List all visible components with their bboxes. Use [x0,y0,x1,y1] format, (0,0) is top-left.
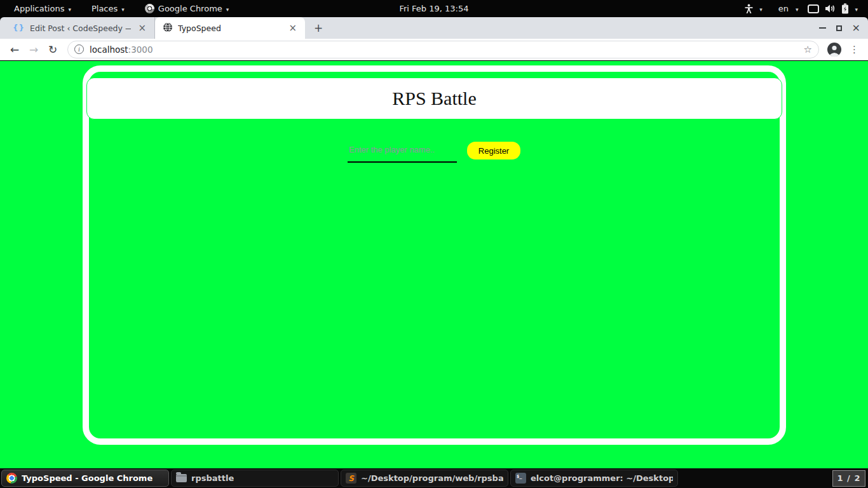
maximize-icon[interactable] [836,25,842,31]
chrome-window: {} Edit Post ‹ CodeSpeedy — × TypoSpeed … [0,17,868,468]
accessibility-icon [744,0,754,17]
page-info-icon[interactable]: i [74,44,84,54]
window-controls: × [819,17,868,39]
taskbar-item-terminal[interactable]: $_ elcot@programmer: ~/Desktop/pr… [510,470,678,487]
tab-title: TypoSpeed [178,24,281,33]
top-bar-menus: Applications ▾ Places ▾ Google Chrome ▾ [0,0,236,17]
display-icon [808,0,819,17]
folder-icon [176,473,187,484]
page-title: RPS Battle [392,88,477,109]
bookmark-star-icon[interactable]: ☆ [804,44,812,55]
forward-button[interactable]: → [24,40,43,59]
chevron-down-icon: ▾ [796,6,799,13]
tab-codespeedy[interactable]: {} Edit Post ‹ CodeSpeedy — × [5,17,155,39]
accessibility-menu[interactable]: ▾ [742,0,765,17]
sublime-text-icon: S [346,473,356,484]
game-panel: RPS Battle [83,65,786,445]
terminal-icon: $_ [515,473,526,484]
player-name-input[interactable] [348,141,457,163]
url-port: :3000 [128,44,153,55]
profile-avatar[interactable] [827,42,842,57]
taskbar-item-label: rpsbattle [191,473,234,483]
taskbar-item-files[interactable]: rpsbattle [171,470,339,487]
rps-battle-page: RPS Battle Register [0,61,868,468]
taskbar-item-label: ~/Desktop/program/web/rpsbattl… [361,473,503,483]
close-icon[interactable]: × [287,22,299,34]
top-bar-status-area: ▾ en ▾ ▾ [742,0,868,17]
globe-favicon [163,22,173,34]
new-tab-button[interactable]: + [305,17,332,39]
url-host: localhost [90,44,128,55]
volume-icon [825,0,836,17]
places-menu[interactable]: Places ▾ [84,0,132,17]
chevron-down-icon: ▾ [226,6,229,13]
tab-typospeed[interactable]: TypoSpeed × [155,17,305,39]
chevron-down-icon: ▾ [759,6,763,13]
tab-title: Edit Post ‹ CodeSpeedy — [30,24,131,33]
address-bar[interactable]: i localhost:3000 ☆ [67,41,819,58]
taskbar-item-label: TypoSpeed - Google Chrome [22,473,153,483]
chevron-down-icon: ▾ [855,6,858,13]
keyboard-layout-menu[interactable]: en ▾ [770,0,801,17]
gnome-top-bar: Applications ▾ Places ▾ Google Chrome ▾ … [0,0,868,17]
browser-toolbar: ← → ↻ i localhost:3000 ☆ ⋮ [0,39,868,60]
taskbar-item-sublime[interactable]: S ~/Desktop/program/web/rpsbattl… [341,470,508,487]
keyboard-layout-indicator: en [772,4,790,13]
register-button[interactable]: Register [467,142,520,159]
chrome-icon [6,473,17,484]
active-app-menu[interactable]: Google Chrome ▾ [137,0,237,17]
active-app-menu-label: Google Chrome [158,4,222,13]
chevron-down-icon: ▾ [121,6,125,13]
minimize-icon[interactable] [819,27,826,29]
desktop: Applications ▾ Places ▾ Google Chrome ▾ … [0,0,868,488]
chevron-down-icon: ▾ [68,6,71,13]
taskbar-item-label: elcot@programmer: ~/Desktop/pr… [531,473,673,483]
system-status-menu[interactable]: ▾ [805,0,860,17]
chrome-symbolic-icon [145,4,154,13]
battery-charging-icon [841,0,849,17]
places-menu-label: Places [92,4,118,13]
braces-favicon: {} [13,24,25,32]
register-form: Register [0,141,868,163]
workspace-indicator[interactable]: 1 / 2 [832,470,865,487]
taskbar-item-chrome[interactable]: TypoSpeed - Google Chrome [1,470,169,487]
tab-strip: {} Edit Post ‹ CodeSpeedy — × TypoSpeed … [0,17,868,39]
applications-menu[interactable]: Applications ▾ [6,0,79,17]
reload-button[interactable]: ↻ [43,40,62,59]
window-list-taskbar: TypoSpeed - Google Chrome rpsbattle S ~/… [0,468,868,488]
close-icon[interactable]: × [136,22,148,34]
applications-menu-label: Applications [14,4,64,13]
browser-menu-icon[interactable]: ⋮ [846,44,863,55]
back-button[interactable]: ← [5,40,24,59]
url-text: localhost:3000 [90,44,153,55]
close-icon[interactable]: × [852,23,860,33]
page-header: RPS Battle [86,78,782,119]
